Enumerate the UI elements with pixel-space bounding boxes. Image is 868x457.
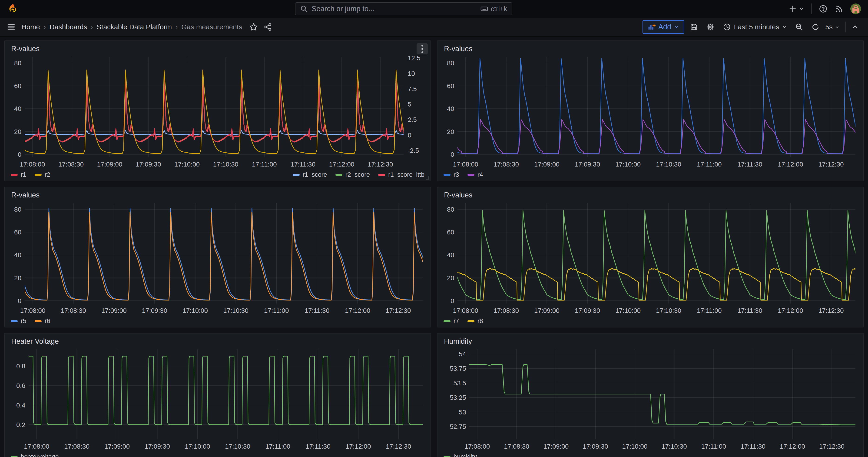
collapse-toolbar-button[interactable] <box>849 20 862 34</box>
legend-group-left: humidity <box>443 453 477 457</box>
new-button[interactable] <box>788 5 804 13</box>
panel-menu-button[interactable] <box>416 43 428 54</box>
svg-text:60: 60 <box>14 228 21 236</box>
time-series-chart[interactable]: 02040608017:08:0017:08:3017:09:0017:09:3… <box>442 200 859 315</box>
refresh-icon <box>811 23 820 31</box>
keyboard-icon <box>480 5 488 12</box>
time-series-chart[interactable]: 02040608017:08:0017:08:3017:09:0017:09:3… <box>9 200 426 315</box>
legend-item-humidity[interactable]: humidity <box>443 453 477 457</box>
panel-grid: R-values02040608017:08:0017:08:3017:09:0… <box>4 40 864 457</box>
panel-legend: r1r2r1_scorer2_scorer1_score_lttb <box>9 169 426 179</box>
svg-text:20: 20 <box>447 128 454 135</box>
favorite-button[interactable] <box>249 23 258 31</box>
legend-item-r5[interactable]: r5 <box>11 317 26 325</box>
svg-text:17:10:00: 17:10:00 <box>183 307 208 314</box>
user-avatar[interactable] <box>850 3 861 14</box>
breadcrumb-folder[interactable]: Stackable Data Platform <box>97 23 172 31</box>
panel-legend: r3r4 <box>442 169 859 179</box>
clock-icon <box>723 23 731 31</box>
legend-label: r1 <box>21 171 26 178</box>
search-input[interactable]: Search or jump to... ctrl+k <box>295 2 512 16</box>
svg-text:17:08:00: 17:08:00 <box>20 307 45 314</box>
svg-text:20: 20 <box>14 128 21 135</box>
svg-text:17:10:30: 17:10:30 <box>223 307 248 314</box>
svg-text:17:12:00: 17:12:00 <box>778 307 803 314</box>
legend-item-r7[interactable]: r7 <box>443 317 459 325</box>
time-range-picker[interactable]: Last 5 minutes <box>720 20 789 34</box>
series-r8 <box>447 268 859 300</box>
time-series-chart[interactable]: 52.755353.2553.553.755417:08:0017:08:301… <box>442 346 859 451</box>
legend-item-r2[interactable]: r2 <box>35 171 50 178</box>
legend-item-r1_score_lttb[interactable]: r1_score_lttb <box>378 171 425 178</box>
refresh-button[interactable] <box>809 20 822 34</box>
svg-text:17:10:00: 17:10:00 <box>174 161 200 168</box>
series-r1_score_lttb <box>16 85 413 142</box>
svg-text:17:11:30: 17:11:30 <box>737 161 762 168</box>
svg-text:40: 40 <box>447 105 454 112</box>
panel-title[interactable]: R-values <box>442 189 475 200</box>
breadcrumb-dashboards[interactable]: Dashboards <box>50 23 87 31</box>
zoom-out-time-button[interactable] <box>793 20 806 34</box>
time-series-chart[interactable]: 0.20.40.60.817:08:0017:08:3017:09:0017:0… <box>9 346 426 451</box>
share-icon <box>264 23 272 31</box>
add-panel-icon <box>648 23 655 31</box>
chart-svg: 0.20.40.60.817:08:0017:08:3017:09:0017:0… <box>9 346 426 451</box>
svg-text:20: 20 <box>447 274 454 282</box>
legend-item-r1_score[interactable]: r1_score <box>293 171 327 178</box>
panel-title[interactable]: R-values <box>9 43 42 54</box>
svg-text:10: 10 <box>408 70 415 77</box>
series-r5 <box>14 208 426 300</box>
legend-item-r2_score[interactable]: r2_score <box>335 171 370 178</box>
panel-1-r-values: R-values02040608017:08:0017:08:3017:09:0… <box>437 40 864 181</box>
legend-item-r8[interactable]: r8 <box>467 317 483 325</box>
svg-text:0: 0 <box>18 297 21 304</box>
panel-legend: humidity <box>442 451 859 457</box>
series-r4 <box>447 120 859 154</box>
grafana-logo[interactable] <box>7 3 19 14</box>
panel-title[interactable]: R-values <box>9 189 42 200</box>
menu-toggle-button[interactable] <box>6 22 16 32</box>
svg-text:60: 60 <box>447 82 454 90</box>
save-icon <box>690 23 698 31</box>
legend-item-r1[interactable]: r1 <box>11 171 26 178</box>
refresh-interval-picker[interactable]: 5s <box>825 20 842 34</box>
legend-item-r4[interactable]: r4 <box>467 171 483 178</box>
save-dashboard-button[interactable] <box>687 20 701 34</box>
legend-swatch <box>11 320 18 322</box>
svg-text:17:09:00: 17:09:00 <box>104 443 130 450</box>
svg-text:17:12:30: 17:12:30 <box>819 443 844 450</box>
panel-title[interactable]: R-values <box>442 43 475 54</box>
panel-resize-handle[interactable] <box>426 176 429 180</box>
time-series-chart[interactable]: 02040608017:08:0017:08:3017:09:0017:09:3… <box>442 54 859 169</box>
legend-swatch <box>467 174 474 176</box>
svg-text:0.2: 0.2 <box>16 421 25 428</box>
news-button[interactable] <box>835 4 843 13</box>
legend-swatch <box>35 320 41 322</box>
dashboard-quick-actions <box>249 23 272 31</box>
svg-text:17:10:00: 17:10:00 <box>622 443 647 450</box>
legend-item-r3[interactable]: r3 <box>443 171 459 178</box>
panel-title[interactable]: Heater Voltage <box>9 336 61 346</box>
svg-text:17:10:00: 17:10:00 <box>185 443 210 450</box>
legend-item-r6[interactable]: r6 <box>35 317 50 325</box>
svg-text:17:11:00: 17:11:00 <box>697 161 722 168</box>
breadcrumb-home[interactable]: Home <box>21 23 40 31</box>
legend-item-heatervoltage[interactable]: heatervoltage <box>11 453 59 457</box>
add-panel-button[interactable]: Add <box>643 20 684 34</box>
chevron-down-icon <box>835 24 840 30</box>
svg-text:17:09:30: 17:09:30 <box>136 161 161 168</box>
svg-text:17:12:00: 17:12:00 <box>345 307 370 314</box>
help-button[interactable] <box>819 4 828 13</box>
panel-title[interactable]: Humidity <box>442 336 474 346</box>
share-button[interactable] <box>264 23 272 31</box>
legend-label: r4 <box>477 171 483 178</box>
dashboard-settings-button[interactable] <box>704 20 717 34</box>
svg-text:17:11:00: 17:11:00 <box>264 307 289 314</box>
time-series-chart[interactable]: 02040608017:08:0017:08:3017:09:0017:09:3… <box>9 54 426 169</box>
breadcrumb-separator: › <box>176 24 178 31</box>
legend-label: r3 <box>454 171 459 178</box>
chart-svg: 52.755353.2553.553.755417:08:0017:08:301… <box>442 346 859 451</box>
series-r1 <box>15 79 414 142</box>
svg-text:53.5: 53.5 <box>454 379 466 387</box>
legend-label: r7 <box>454 317 459 325</box>
